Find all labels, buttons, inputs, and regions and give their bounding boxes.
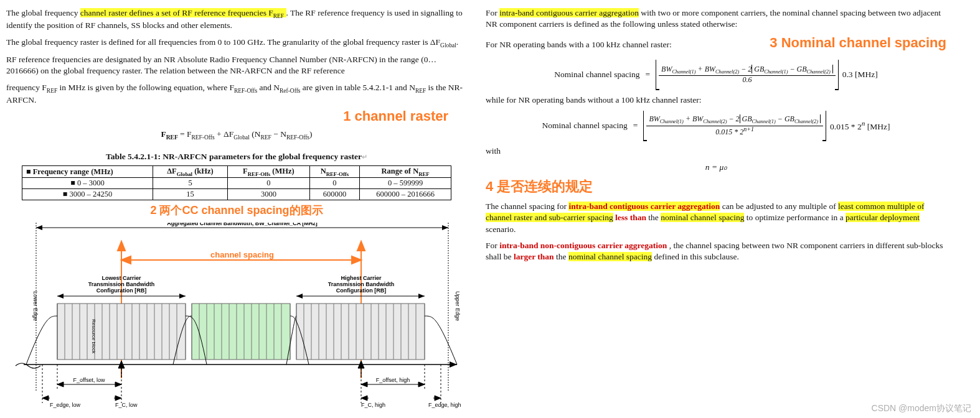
with-label: with xyxy=(486,146,946,157)
svg-rect-30 xyxy=(296,304,425,360)
hl-nominal-spacing-2: nominal channel spacing xyxy=(568,252,652,261)
svg-text:Upper Edge: Upper Edge xyxy=(455,291,461,321)
th-fref-offs: FREF-Offs (MHz) xyxy=(228,165,310,178)
para-arfcn-range: RF reference frequencies are designated … xyxy=(6,54,467,77)
text: The global frequency xyxy=(6,8,80,17)
annot-4-contiguity-rule: 4 是否连续的规定 xyxy=(486,177,946,196)
svg-text:F_C, low: F_C, low xyxy=(115,402,138,408)
hl-red-contiguous: intra-band contiguous carrier aggregatio… xyxy=(568,202,720,211)
svg-text:Resource block: Resource block xyxy=(91,319,97,354)
right-column: For intra-band contiguous carrier aggreg… xyxy=(486,2,946,409)
hl-particular-deployment: particular deployment xyxy=(846,213,920,222)
svg-marker-27 xyxy=(418,294,425,299)
svg-marker-43 xyxy=(115,382,121,387)
para-fref-definition: frequency FREF in MHz is given by the fo… xyxy=(6,82,467,106)
left-column: The global frequency channel raster defi… xyxy=(6,2,467,409)
th-df-global: ΔFGlobal (kHz) xyxy=(153,165,227,178)
svg-text:Lowest Carrier: Lowest Carrier xyxy=(101,275,141,281)
para-100khz: For NR operating bands with a 100 kHz ch… xyxy=(486,39,672,50)
para-adjust-spacing: The channel spacing for intra-band conti… xyxy=(486,201,946,235)
svg-marker-56 xyxy=(435,396,441,401)
svg-text:channel spacing: channel spacing xyxy=(210,250,274,259)
table-head: Frequency range (MHz) ΔFGlobal (kHz) FRE… xyxy=(22,165,451,178)
table-row: 3000 – 24250 15 3000 600000 600000 – 201… xyxy=(22,189,451,200)
formula-nominal-100khz: Nominal channel spacing = BWChannel(1) +… xyxy=(486,60,946,90)
svg-text:Lower Edge: Lower Edge xyxy=(32,291,39,321)
red-non-contiguous: intra-band non-contiguous carrier aggreg… xyxy=(499,241,667,250)
th-nref-offs: NREF-Offs xyxy=(309,165,359,178)
svg-text:Configuration [RB]: Configuration [RB] xyxy=(97,287,146,294)
carrier-aggregation-diagram: Aggregated Channel Bandwidth, BW_Channel… xyxy=(12,223,461,409)
svg-marker-12 xyxy=(357,241,365,251)
svg-marker-8 xyxy=(352,256,361,264)
para-global-raster: The global frequency channel raster defi… xyxy=(6,7,467,32)
svg-marker-23 xyxy=(57,294,64,299)
th-range-nref: Range of NREF xyxy=(360,165,451,178)
svg-text:F_edge, high: F_edge, high xyxy=(428,402,461,408)
svg-marker-46 xyxy=(418,382,425,387)
svg-marker-10 xyxy=(118,241,125,251)
svg-text:F_edge, low: F_edge, low xyxy=(50,402,81,408)
table-row: 0 – 3000 5 0 0 0 – 599999 xyxy=(22,178,451,189)
annot-1-channel-raster: 1 channel raster xyxy=(6,108,467,124)
formula-nominal-no100khz: Nominal channel spacing = BWChannel(1) +… xyxy=(486,111,946,141)
equation-fref: FREF = FREF-Offs + ΔFGlobal (NREF − NREF… xyxy=(6,129,467,141)
red-less-than: less than xyxy=(615,213,646,222)
hl-nominal-spacing-1: nominal channel spacing xyxy=(661,213,744,222)
svg-text:Highest Carrier: Highest Carrier xyxy=(341,275,382,281)
para-without-100khz: while for NR operating bands without a 1… xyxy=(486,95,946,106)
annot-3-nominal: 3 Nominal channel spacing xyxy=(770,35,946,51)
svg-marker-7 xyxy=(121,256,131,264)
nr-arfcn-table: Frequency range (MHz) ΔFGlobal (kHz) FRE… xyxy=(22,165,451,201)
red-larger-than: larger than xyxy=(514,252,554,261)
th-freq-range: Frequency range (MHz) xyxy=(22,165,153,178)
svg-text:F_offset, low: F_offset, low xyxy=(73,377,105,383)
svg-marker-52 xyxy=(115,396,121,401)
n-eq: n = μ₀ xyxy=(486,162,946,172)
table-title: Table 5.4.2.1-1: NR-ARFCN parameters for… xyxy=(6,152,467,162)
svg-marker-50 xyxy=(42,396,49,401)
para-intra-band-intro: For intra-band contiguous carrier aggreg… xyxy=(486,7,946,30)
svg-marker-42 xyxy=(57,382,64,387)
svg-marker-4 xyxy=(442,225,448,230)
annot-2-cc-spacing: 2 两个CC channel spacing的图示 xyxy=(6,203,467,218)
svg-marker-45 xyxy=(361,382,367,387)
para-non-contiguous: For intra-band non-contiguous carrier ag… xyxy=(486,240,946,262)
hl-channel-raster: channel raster defines a set of RF refer… xyxy=(80,8,286,17)
svg-marker-3 xyxy=(36,225,42,230)
svg-text:Transmission Bandwidth: Transmission Bandwidth xyxy=(88,281,155,287)
svg-marker-26 xyxy=(296,294,303,299)
svg-rect-28 xyxy=(57,304,186,360)
svg-text:Transmission Bandwidth: Transmission Bandwidth xyxy=(328,281,395,287)
para-global-granularity: The global frequency raster is defined f… xyxy=(6,37,467,49)
svg-text:Aggregated Channel Bandwidth, : Aggregated Channel Bandwidth, BW_Channel… xyxy=(167,223,318,226)
svg-marker-54 xyxy=(361,396,367,401)
svg-text:Configuration [RB]: Configuration [RB] xyxy=(336,287,386,294)
svg-text:F_C, high: F_C, high xyxy=(361,402,385,408)
svg-text:F_offset, high: F_offset, high xyxy=(376,377,410,383)
svg-marker-24 xyxy=(179,294,186,299)
hl-intra-contiguous: intra-band contiguous carrier aggregatio… xyxy=(499,8,639,17)
